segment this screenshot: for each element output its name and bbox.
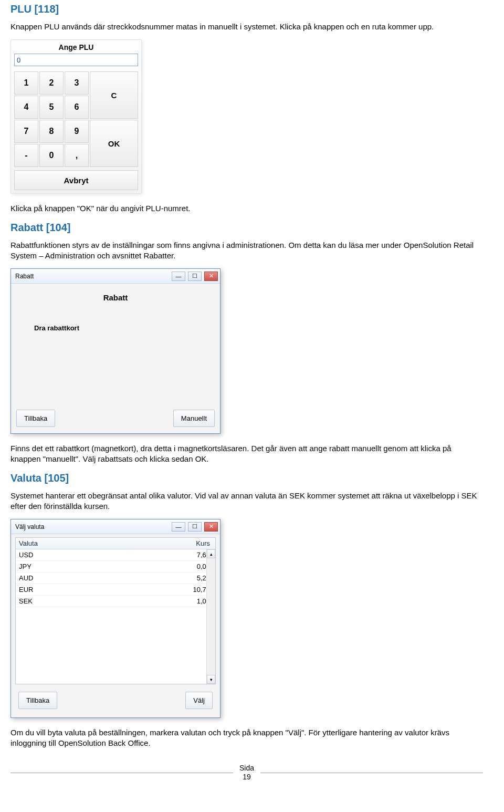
window-title-text: Rabatt	[15, 273, 34, 280]
cell-valuta: AUD	[19, 574, 173, 582]
scrollbar[interactable]: ▴ ▾	[206, 549, 215, 684]
footer-rule	[260, 773, 483, 773]
keypad-6[interactable]: 6	[65, 96, 89, 119]
window-titlebar: Rabatt — ☐ ✕	[11, 269, 220, 284]
cell-valuta: JPY	[19, 563, 173, 570]
table-row[interactable]: JPY0,09	[16, 561, 215, 572]
keypad-1[interactable]: 1	[14, 71, 38, 95]
keypad-7[interactable]: 7	[14, 120, 38, 143]
window-titlebar: Välj valuta — ☐ ✕	[11, 519, 220, 534]
footer-page-number: 19	[239, 773, 254, 782]
cell-valuta: EUR	[19, 586, 173, 594]
keypad-4[interactable]: 4	[14, 96, 38, 119]
keypad-3[interactable]: 3	[65, 71, 89, 95]
keypad-2[interactable]: 2	[39, 71, 64, 95]
keypad-9[interactable]: 9	[65, 120, 89, 143]
scroll-up-icon[interactable]: ▴	[207, 549, 215, 558]
paragraph: Systemet hanterar ett obegränsat antal o…	[10, 491, 483, 512]
plu-keypad-panel: Ange PLU 1 2 3 C 4 5 6 7 8 9 OK - 0 , Av…	[10, 39, 142, 194]
cell-valuta: SEK	[19, 597, 173, 605]
plu-input[interactable]	[14, 54, 138, 66]
window-close-button[interactable]: ✕	[204, 522, 218, 532]
rabatt-window: Rabatt — ☐ ✕ Rabatt Dra rabattkort Tillb…	[10, 268, 220, 434]
paragraph: Rabattfunktionen styrs av de inställning…	[10, 240, 483, 262]
window-minimize-button[interactable]: —	[172, 522, 185, 532]
back-button[interactable]: Tillbaka	[16, 410, 55, 427]
valuta-window: Välj valuta — ☐ ✕ Valuta Kurs USD7,64JPY…	[10, 519, 220, 718]
paragraph: Klicka på knappen "OK" när du angivit PL…	[10, 203, 483, 214]
keypad-clear[interactable]: C	[90, 71, 138, 119]
currency-table: Valuta Kurs USD7,64JPY0,09AUD5,21EUR10,7…	[15, 537, 216, 684]
keypad-5[interactable]: 5	[39, 96, 64, 119]
keypad-minus[interactable]: -	[14, 144, 38, 167]
window-maximize-button[interactable]: ☐	[188, 272, 202, 281]
paragraph: Finns det ett rabattkort (magnetkort), d…	[10, 443, 483, 465]
back-button[interactable]: Tillbaka	[18, 692, 57, 709]
cell-valuta: USD	[19, 551, 173, 559]
keypad-0[interactable]: 0	[39, 144, 64, 167]
rabatt-instruction: Dra rabattkort	[34, 324, 216, 332]
page-footer: Sida 19	[10, 764, 483, 782]
table-row[interactable]: SEK1,00	[16, 596, 215, 607]
window-minimize-button[interactable]: —	[172, 272, 185, 281]
keypad-comma[interactable]: ,	[65, 144, 89, 167]
window-maximize-button[interactable]: ☐	[188, 522, 202, 532]
cell-kurs: 1,00	[173, 597, 210, 605]
table-row[interactable]: USD7,64	[16, 549, 215, 561]
paragraph: Knappen PLU används där streckkodsnummer…	[10, 22, 483, 32]
col-kurs[interactable]: Kurs	[173, 539, 210, 547]
heading-plu: PLU [118]	[10, 3, 483, 15]
paragraph: Om du vill byta valuta på beställningen,…	[10, 727, 483, 749]
footer-rule	[10, 773, 233, 773]
rabatt-dialog-heading: Rabatt	[15, 293, 216, 302]
keypad-ok[interactable]: OK	[90, 120, 138, 167]
heading-valuta: Valuta [105]	[10, 472, 483, 484]
table-row[interactable]: EUR10,70	[16, 584, 215, 596]
table-header: Valuta Kurs	[16, 538, 215, 549]
cell-kurs: 10,70	[173, 586, 210, 594]
footer-label: Sida	[239, 764, 254, 773]
window-close-button[interactable]: ✕	[204, 272, 218, 281]
window-title-text: Välj valuta	[15, 523, 44, 530]
cell-kurs: 0,09	[173, 563, 210, 570]
scroll-down-icon[interactable]: ▾	[207, 675, 215, 684]
col-valuta[interactable]: Valuta	[19, 539, 173, 547]
cell-kurs: 5,21	[173, 574, 210, 582]
heading-rabatt: Rabatt [104]	[10, 222, 483, 234]
keypad-8[interactable]: 8	[39, 120, 64, 143]
keypad-cancel[interactable]: Avbryt	[14, 170, 138, 190]
table-row[interactable]: AUD5,21	[16, 572, 215, 584]
manual-button[interactable]: Manuellt	[173, 410, 215, 427]
cell-kurs: 7,64	[173, 551, 210, 559]
choose-button[interactable]: Välj	[185, 692, 213, 709]
plu-panel-title: Ange PLU	[11, 40, 141, 54]
